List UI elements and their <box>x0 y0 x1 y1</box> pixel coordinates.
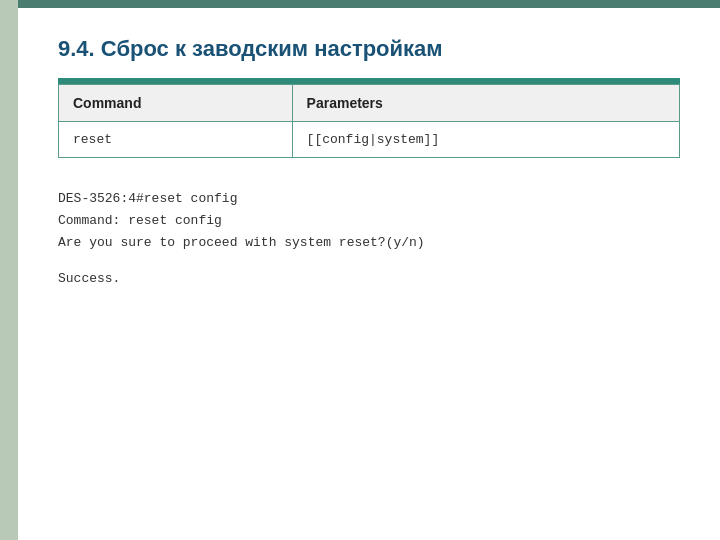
section-title: 9.4. Сброс к заводским настройкам <box>58 36 680 62</box>
table-header-row: Command Parameters <box>59 85 680 122</box>
left-accent <box>0 0 18 540</box>
column-header-command: Command <box>59 85 293 122</box>
code-line-1: DES-3526:4#reset config <box>58 188 680 210</box>
page-container: 9.4. Сброс к заводским настройкам Comman… <box>0 0 720 540</box>
table-row: reset [[config|system]] <box>59 122 680 158</box>
cell-command: reset <box>59 122 293 158</box>
code-line-3: Are you sure to proceed with system rese… <box>58 232 680 254</box>
column-header-parameters: Parameters <box>292 85 679 122</box>
main-content: 9.4. Сброс к заводским настройкам Comman… <box>18 8 720 540</box>
code-block: DES-3526:4#reset config Command: reset c… <box>58 188 680 290</box>
top-bar <box>0 0 720 8</box>
command-table: Command Parameters reset [[config|system… <box>58 84 680 158</box>
cell-parameters: [[config|system]] <box>292 122 679 158</box>
code-line-success: Success. <box>58 268 680 290</box>
code-line-2: Command: reset config <box>58 210 680 232</box>
